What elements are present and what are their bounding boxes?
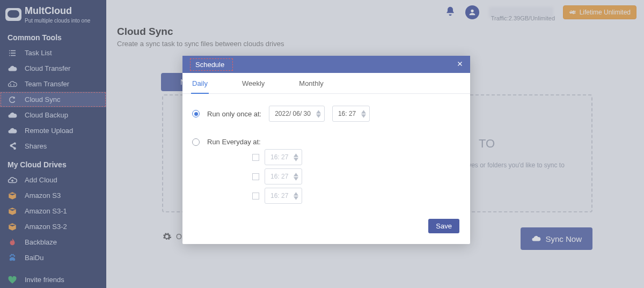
everyday-time-value: 16: 27	[270, 153, 288, 161]
chevron-up-icon	[294, 153, 298, 157]
everyday-time-input[interactable]: 16: 27	[265, 149, 302, 165]
chevron-up-icon	[316, 110, 321, 114]
chevron-down-icon	[294, 196, 298, 200]
time-checkbox[interactable]	[252, 173, 259, 180]
run-once-row: Run only once at: 2022/ 06/ 30 16: 27	[192, 106, 460, 122]
save-button[interactable]: Save	[428, 219, 459, 233]
everyday-time-input[interactable]: 16: 27	[265, 168, 302, 184]
time-checkbox[interactable]	[252, 154, 259, 161]
tab-weekly[interactable]: Weekly	[241, 73, 266, 93]
modal-body: Run only once at: 2022/ 06/ 30 16: 27 Ru…	[182, 94, 470, 213]
chevron-down-icon	[294, 177, 298, 181]
close-icon[interactable]	[456, 60, 464, 69]
radio-run-once[interactable]	[192, 110, 200, 117]
time-input[interactable]: 16: 27	[332, 106, 370, 122]
run-everyday-label: Run Everyday at:	[207, 138, 261, 146]
time-value: 16: 27	[338, 110, 356, 117]
run-once-label: Run only once at:	[207, 110, 261, 118]
modal-footer: Save	[182, 213, 470, 244]
everyday-time-row: 16: 27	[252, 168, 460, 184]
radio-run-everyday[interactable]	[192, 138, 200, 146]
date-value: 2022/ 06/ 30	[275, 110, 311, 117]
modal-title: Schedule	[189, 57, 234, 72]
everyday-time-value: 16: 27	[270, 192, 288, 200]
time-spinner[interactable]	[294, 173, 298, 181]
date-spinner[interactable]	[316, 110, 321, 118]
chevron-down-icon	[294, 158, 298, 161]
tab-monthly[interactable]: Monthly	[298, 73, 325, 93]
schedule-tabs: Daily Weekly Monthly	[182, 73, 470, 94]
schedule-modal: Schedule Daily Weekly Monthly Run only o…	[182, 56, 470, 244]
date-input[interactable]: 2022/ 06/ 30	[269, 106, 325, 122]
tab-daily[interactable]: Daily	[191, 73, 209, 94]
chevron-down-icon	[316, 114, 321, 118]
everyday-time-input[interactable]: 16: 27	[265, 188, 302, 204]
chevron-up-icon	[294, 192, 298, 196]
time-spinner[interactable]	[294, 192, 298, 200]
everyday-time-value: 16: 27	[270, 173, 288, 180]
run-everyday-row: Run Everyday at:	[192, 138, 460, 146]
everyday-time-row: 16: 27	[252, 149, 460, 165]
everyday-time-row: 16: 27	[252, 188, 460, 204]
chevron-down-icon	[361, 114, 366, 118]
time-checkbox[interactable]	[252, 193, 259, 200]
chevron-up-icon	[294, 173, 298, 176]
modal-header: Schedule	[182, 56, 470, 73]
chevron-up-icon	[361, 110, 366, 114]
time-spinner[interactable]	[361, 110, 366, 118]
everyday-times: 16: 2716: 2716: 27	[252, 149, 460, 204]
time-spinner[interactable]	[294, 153, 298, 161]
